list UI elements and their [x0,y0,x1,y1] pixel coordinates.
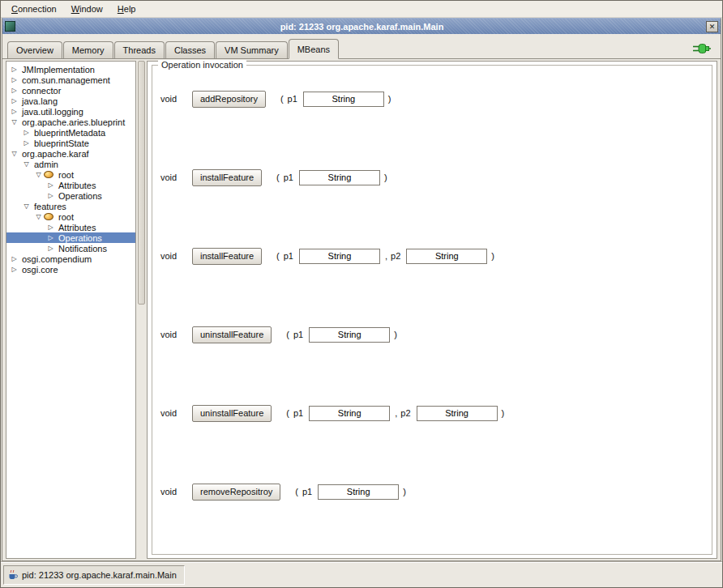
java-cup-icon [7,569,18,581]
tree-item-org-apache-karaf[interactable]: ▽org.apache.karaf [6,148,135,159]
menu-window[interactable]: Window [64,2,110,15]
menu-help[interactable]: Help [110,2,143,15]
tree-item-label: Attributes [56,181,98,190]
jconsole-window: ConnectionWindowHelp pid: 21233 org.apac… [0,0,723,588]
expand-arrow-icon[interactable]: ▷ [9,85,19,96]
uninstallFeature-p2-input[interactable] [417,406,498,421]
operation-invocation-group: Operation invocation voidaddRepository(p… [152,65,712,555]
tree-item-label: osgi.compendium [19,254,94,264]
tree-item-org-apache-aries-blueprint[interactable]: ▽org.apache.aries.blueprint [6,117,135,127]
installFeature-p1-input[interactable] [299,170,380,185]
status-text: pid: 21233 org.apache.karaf.main.Main [22,570,177,580]
scrollbar-thumb[interactable] [138,61,145,305]
tree-item-label: features [32,202,69,211]
return-type-label: void [160,173,183,182]
tree-item-admin[interactable]: ▽admin [6,159,135,169]
expand-arrow-icon[interactable]: ▷ [9,64,19,75]
tabs: OverviewMemoryThreadsClassesVM SummaryMB… [7,39,693,58]
removeRepositroy-p1-input[interactable] [318,484,399,500]
tree-item-osgi-core[interactable]: ▷osgi.core [6,264,135,275]
param-name-label: p2 [400,408,410,418]
close-paren: ) [403,487,406,496]
open-paren: ( [280,94,284,104]
tree-item-label: root [56,212,76,222]
tab-mbeans[interactable]: MBeans [289,39,339,59]
tree-item-java-lang[interactable]: ▷java.lang [6,96,135,106]
installFeature-p1-input[interactable] [299,249,380,264]
expand-arrow-icon[interactable]: ▷ [21,127,32,138]
internal-frame-titlebar[interactable]: pid: 21233 org.apache.karaf.main.Main ✕ [2,19,721,34]
expand-arrow-icon[interactable]: ▷ [21,138,32,148]
uninstallFeature-button[interactable]: uninstallFeature [192,326,272,343]
removeRepositroy-button[interactable]: removeRepositroy [192,484,280,501]
return-type-label: void [160,408,183,418]
collapse-arrow-icon[interactable]: ▽ [33,211,44,222]
close-button[interactable]: ✕ [706,21,718,32]
status-box: pid: 21233 org.apache.karaf.main.Main [3,565,185,585]
collapse-arrow-icon[interactable]: ▽ [9,117,19,127]
expand-arrow-icon[interactable]: ▷ [45,180,56,190]
tree-item-blueprintmetadata[interactable]: ▷blueprintMetadata [6,127,135,138]
expand-arrow-icon[interactable]: ▷ [9,96,19,106]
open-paren: ( [276,251,280,261]
operation-row-installFeature: voidinstallFeature(p1) [160,168,705,186]
tree-item-label: java.util.logging [19,107,86,117]
tree-item-blueprintstate[interactable]: ▷blueprintState [6,138,135,148]
expand-arrow-icon[interactable]: ▷ [9,264,19,275]
installFeature-button[interactable]: installFeature [192,169,262,186]
param-name-label: p1 [293,330,303,339]
expand-arrow-icon[interactable]: ▷ [45,222,56,232]
tab-overview[interactable]: Overview [7,41,62,58]
expand-arrow-icon[interactable]: ▷ [45,190,56,201]
tree-item-java-util-logging[interactable]: ▷java.util.logging [6,106,135,117]
expand-arrow-icon[interactable]: ▷ [9,75,19,85]
param-name-label: p1 [284,173,293,182]
close-paren: ) [384,173,387,182]
tree-item-label: blueprintState [32,138,92,148]
collapse-arrow-icon[interactable]: ▽ [21,201,32,211]
tree-item-attributes[interactable]: ▷Attributes [6,180,135,190]
param-name-label: p1 [293,408,303,418]
mbeans-content: ▷JMImplementation▷com.sun.management▷con… [2,59,721,560]
uninstallFeature-p1-input[interactable] [309,406,390,421]
tree-item-root[interactable]: ▽root [6,169,135,180]
tree-item-root[interactable]: ▽root [6,211,135,222]
tree-scrollbar[interactable] [137,61,146,559]
tree-item-osgi-compendium[interactable]: ▷osgi.compendium [6,254,135,264]
expand-arrow-icon[interactable]: ▷ [45,243,56,254]
addRepository-p1-input[interactable] [303,92,384,107]
tree-item-connector[interactable]: ▷connector [6,85,135,96]
tab-classes[interactable]: Classes [165,41,215,58]
return-type-label: void [160,330,183,339]
tree-item-notifications[interactable]: ▷Notifications [6,243,135,254]
uninstallFeature-p1-input[interactable] [309,327,390,343]
tree-item-label: blueprintMetadata [32,128,108,138]
uninstallFeature-button[interactable]: uninstallFeature [192,405,272,422]
expand-arrow-icon[interactable]: ▷ [45,232,56,243]
tab-memory[interactable]: Memory [63,41,113,58]
tree-item-operations[interactable]: ▷Operations [6,232,135,243]
mbean-icon [44,213,53,220]
tree-item-features[interactable]: ▽features [6,201,135,211]
menu-connection[interactable]: Connection [4,2,64,15]
tree-item-label: com.sun.management [19,75,113,85]
tab-vm-summary[interactable]: VM Summary [216,41,288,58]
tree-item-label: JMImplementation [19,65,97,75]
operation-rows: voidaddRepository(p1)voidinstallFeature(… [160,90,705,501]
addRepository-button[interactable]: addRepository [192,91,266,108]
collapse-arrow-icon[interactable]: ▽ [21,159,32,169]
expand-arrow-icon[interactable]: ▷ [9,254,19,264]
tree-item-com-sun-management[interactable]: ▷com.sun.management [6,75,135,85]
installFeature-button[interactable]: installFeature [192,248,262,265]
tree-item-attributes[interactable]: ▷Attributes [6,222,135,232]
window-title: pid: 21233 org.apache.karaf.main.Main [18,22,706,32]
status-bar: pid: 21233 org.apache.karaf.main.Main [1,561,722,587]
collapse-arrow-icon[interactable]: ▽ [9,148,19,159]
tree-item-operations[interactable]: ▷Operations [6,190,135,201]
tree-item-label: Operations [56,233,105,243]
collapse-arrow-icon[interactable]: ▽ [33,169,44,180]
tab-threads[interactable]: Threads [114,41,165,58]
tree-item-jmimplementation[interactable]: ▷JMImplementation [6,64,135,75]
expand-arrow-icon[interactable]: ▷ [9,106,19,117]
installFeature-p2-input[interactable] [406,249,487,264]
